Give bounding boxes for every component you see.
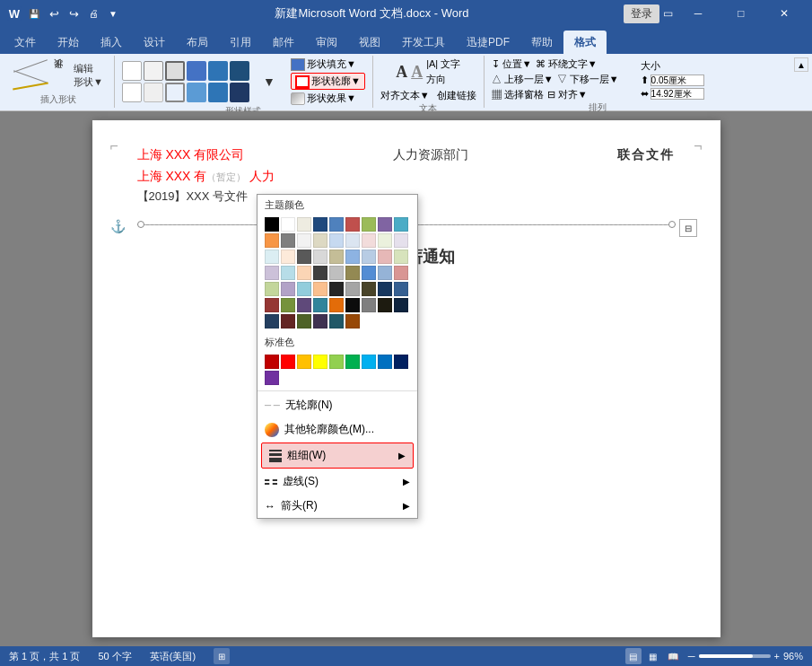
theme-color-cell[interactable] [297, 217, 311, 232]
theme-color-cell[interactable] [394, 250, 408, 264]
view-web-button[interactable]: ▦ [645, 648, 661, 664]
tab-view[interactable]: 视图 [348, 31, 391, 54]
theme-color-cell[interactable] [281, 217, 295, 232]
tab-insert[interactable]: 插入 [90, 31, 133, 54]
style-swatch-2[interactable] [144, 61, 163, 81]
position-button[interactable]: ↧ 位置▼ [492, 57, 532, 71]
theme-color-cell[interactable] [362, 250, 376, 264]
align-button[interactable]: ⊟ 对齐▼ [547, 88, 588, 101]
shape-fill-button[interactable]: 形状填充▼ [291, 57, 365, 71]
theme-color-cell[interactable] [265, 217, 279, 232]
shape-outline-button[interactable]: 形状轮廓▼ [291, 73, 365, 90]
standard-color-cell[interactable] [297, 355, 311, 369]
standard-color-cell[interactable] [329, 355, 344, 369]
shape-effects-button[interactable]: 形状效果▼ [291, 92, 365, 105]
theme-color-cell[interactable] [313, 282, 327, 296]
theme-color-cell[interactable] [329, 266, 344, 280]
theme-color-cell[interactable] [329, 217, 344, 232]
theme-color-cell[interactable] [297, 250, 311, 264]
theme-color-cell[interactable] [345, 217, 360, 232]
send-backward-button[interactable]: ▽ 下移一层▼ [557, 73, 619, 86]
standard-color-cell[interactable] [265, 355, 279, 369]
theme-color-cell[interactable] [378, 233, 392, 248]
theme-color-cell[interactable] [329, 282, 344, 296]
style-swatch-7[interactable] [122, 83, 142, 102]
theme-color-cell[interactable] [394, 298, 408, 312]
theme-color-cell[interactable] [394, 282, 408, 296]
tab-review[interactable]: 审阅 [305, 31, 348, 54]
theme-color-cell[interactable] [378, 250, 392, 264]
theme-color-cell[interactable] [313, 233, 327, 248]
theme-color-cell[interactable] [265, 298, 279, 312]
theme-color-cell[interactable] [378, 298, 392, 312]
layout-icon[interactable]: ⊟ [679, 219, 697, 237]
shapes-button[interactable]: 形状 [11, 60, 66, 91]
create-link-button[interactable]: 创建链接 [437, 89, 476, 102]
format-indicator[interactable]: ⊞ [214, 648, 230, 664]
wrap-text-button[interactable]: ⌘ 环绕文字▼ [536, 57, 598, 71]
style-swatch-9[interactable] [165, 83, 185, 102]
theme-color-cell[interactable] [281, 298, 295, 312]
style-swatch-1[interactable] [122, 61, 142, 81]
standard-color-cell[interactable] [394, 355, 408, 369]
theme-color-cell[interactable] [394, 266, 408, 280]
ribbon-toggle-icon[interactable]: ▭ [661, 6, 676, 21]
theme-color-cell[interactable] [345, 250, 360, 264]
view-read-button[interactable]: 📖 [665, 648, 681, 664]
theme-color-cell[interactable] [313, 217, 327, 232]
more-styles-button[interactable]: ▼ [255, 74, 284, 90]
theme-color-cell[interactable] [297, 233, 311, 248]
tab-format[interactable]: 格式 [563, 31, 607, 54]
theme-color-cell[interactable] [329, 250, 344, 264]
group-button[interactable]: 大小 [641, 59, 704, 73]
style-swatch-4[interactable] [187, 61, 206, 81]
theme-color-cell[interactable] [281, 233, 295, 248]
theme-color-cell[interactable] [394, 233, 408, 248]
theme-color-cell[interactable] [345, 314, 360, 329]
theme-color-cell[interactable] [281, 314, 295, 329]
theme-color-cell[interactable] [265, 266, 279, 280]
customize-icon[interactable]: ▼ [106, 6, 120, 21]
theme-color-cell[interactable] [297, 282, 311, 296]
login-button[interactable]: 登录 [624, 4, 659, 23]
close-button[interactable]: ✕ [764, 0, 805, 27]
minimize-button[interactable]: ─ [677, 0, 719, 27]
zoom-plus-button[interactable]: + [774, 651, 780, 662]
theme-color-cell[interactable] [362, 217, 376, 232]
style-swatch-5[interactable] [208, 61, 228, 81]
theme-color-cell[interactable] [313, 298, 327, 312]
theme-color-cell[interactable] [378, 266, 392, 280]
align-text-button[interactable]: 对齐文本▼ [380, 89, 430, 102]
ribbon-collapse-button[interactable]: ▲ [794, 57, 808, 72]
redo-icon[interactable]: ↪ [66, 6, 81, 21]
style-swatch-10[interactable] [187, 83, 206, 102]
handle-right[interactable] [668, 221, 676, 228]
theme-color-cell[interactable] [378, 282, 392, 296]
no-outline-item[interactable]: ─ ─ 无轮廓(N) [258, 393, 417, 417]
tab-pdf[interactable]: 迅捷PDF [456, 31, 520, 54]
theme-color-cell[interactable] [362, 233, 376, 248]
handle-left[interactable] [137, 221, 144, 228]
theme-color-cell[interactable] [313, 266, 327, 280]
theme-color-cell[interactable] [345, 298, 360, 312]
arrows-item[interactable]: ↔ 箭头(R) ▶ [258, 494, 417, 518]
standard-color-cell[interactable] [313, 355, 327, 369]
standard-color-cell[interactable] [362, 355, 376, 369]
theme-color-cell[interactable] [265, 233, 279, 248]
print-icon[interactable]: 🖨 [86, 6, 100, 21]
edit-shape-button[interactable]: 编辑形状▼ [70, 60, 107, 91]
theme-color-cell[interactable] [394, 217, 408, 232]
tab-mail[interactable]: 邮件 [262, 31, 305, 54]
theme-color-cell[interactable] [345, 282, 360, 296]
standard-color-cell[interactable] [345, 355, 360, 369]
theme-color-cell[interactable] [378, 217, 392, 232]
zoom-minus-button[interactable]: ─ [688, 651, 695, 662]
bring-forward-button[interactable]: △ 上移一层▼ [492, 73, 554, 86]
tab-design[interactable]: 设计 [133, 31, 176, 54]
maximize-button[interactable]: □ [720, 0, 762, 27]
tab-help[interactable]: 帮助 [520, 31, 563, 54]
theme-color-cell[interactable] [362, 298, 376, 312]
view-print-button[interactable]: ▤ [625, 648, 642, 664]
dashes-item[interactable]: 虚线(S) ▶ [258, 469, 417, 494]
tab-refs[interactable]: 引用 [219, 31, 262, 54]
